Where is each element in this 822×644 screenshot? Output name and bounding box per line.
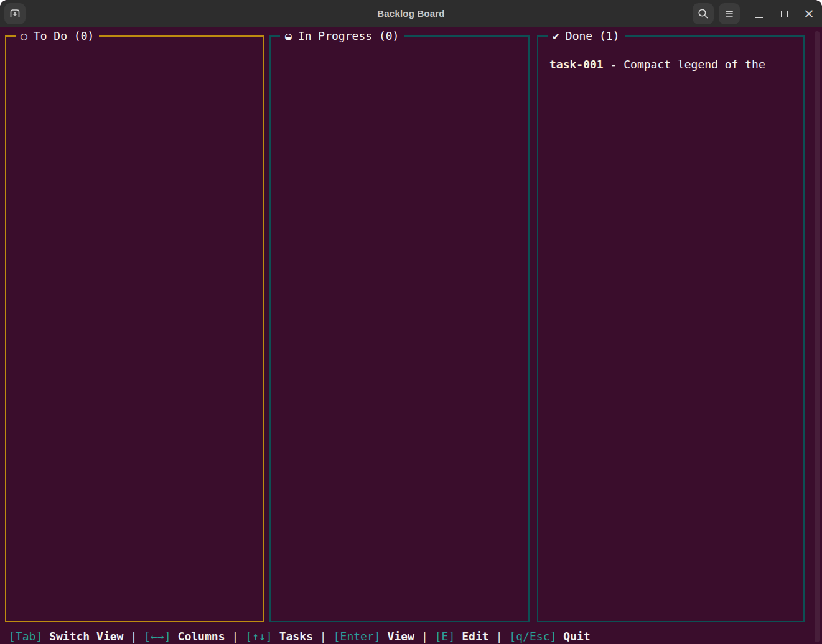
shortcut-columns: [←→] Columns: [144, 629, 225, 644]
hamburger-menu-icon: [722, 7, 736, 21]
scrollbar[interactable]: [815, 31, 820, 642]
column-in-progress-label: In Progress (0): [298, 29, 399, 42]
column-in-progress[interactable]: ◒In Progress (0): [269, 35, 530, 622]
maximize-button[interactable]: [773, 3, 795, 24]
key-q-esc: [q/Esc]: [509, 629, 556, 644]
close-icon: ×: [803, 7, 815, 21]
todo-circle-icon: ○: [21, 29, 27, 42]
task-row[interactable]: task-001- Compact legend of the: [549, 58, 803, 71]
minimize-icon: [755, 17, 763, 18]
key-enter: [Enter]: [334, 629, 381, 644]
column-done[interactable]: ✔Done (1) task-001- Compact legend of th…: [537, 35, 805, 622]
key-e: [E]: [435, 629, 455, 644]
separator: |: [231, 629, 238, 644]
shortcut-view: [Enter] View: [334, 629, 414, 644]
task-id: task-001: [549, 58, 604, 71]
done-check-icon: ✔: [553, 29, 559, 42]
column-todo-label: To Do (0): [34, 29, 95, 42]
key-left-right: [←→]: [144, 629, 170, 644]
new-tab-icon: [8, 7, 22, 21]
column-done-title: ✔Done (1): [548, 29, 625, 44]
separator: |: [496, 629, 503, 644]
column-todo[interactable]: ○To Do (0): [5, 35, 264, 622]
separator: |: [130, 629, 137, 644]
terminal-window: Backlog Board ×: [0, 0, 822, 644]
column-in-progress-title: ◒In Progress (0): [280, 29, 404, 44]
search-icon: [696, 7, 710, 21]
titlebar: Backlog Board ×: [0, 0, 822, 27]
separator: |: [320, 629, 327, 644]
maximize-icon: [781, 11, 788, 17]
search-button[interactable]: [693, 3, 714, 24]
minimize-button[interactable]: [749, 3, 770, 24]
separator: |: [421, 629, 428, 644]
key-tab: [Tab]: [9, 629, 42, 644]
shortcut-bar: [Tab] Switch View | [←→] Columns | [↑↓] …: [9, 629, 591, 644]
shortcut-switch-view: [Tab] Switch View: [9, 629, 123, 644]
menu-button[interactable]: [719, 3, 740, 24]
terminal-content: ○To Do (0) ◒In Progress (0) ✔Done (1) ta…: [0, 27, 822, 644]
shortcut-tasks: [↑↓] Tasks: [245, 629, 313, 644]
column-todo-title: ○To Do (0): [16, 29, 99, 44]
close-button[interactable]: ×: [798, 3, 820, 24]
in-progress-half-circle-icon: ◒: [285, 29, 292, 42]
shortcut-quit: [q/Esc] Quit: [509, 629, 590, 644]
column-done-label: Done (1): [566, 29, 620, 42]
key-up-down: [↑↓]: [245, 629, 272, 644]
new-tab-button[interactable]: [4, 3, 26, 24]
task-title: - Compact legend of the: [610, 58, 765, 71]
shortcut-edit: [E] Edit: [435, 629, 489, 644]
